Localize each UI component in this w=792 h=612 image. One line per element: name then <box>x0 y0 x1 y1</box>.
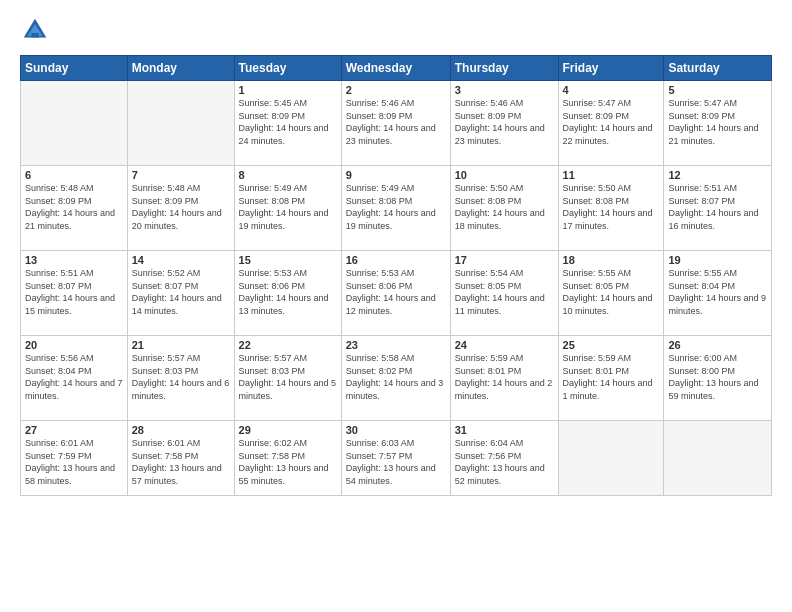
calendar-cell-3-3: 15Sunrise: 5:53 AMSunset: 8:06 PMDayligh… <box>234 251 341 336</box>
calendar-cell-2-4: 9Sunrise: 5:49 AMSunset: 8:08 PMDaylight… <box>341 166 450 251</box>
day-info: Sunrise: 5:50 AMSunset: 8:08 PMDaylight:… <box>455 182 554 232</box>
day-info: Sunrise: 5:53 AMSunset: 8:06 PMDaylight:… <box>346 267 446 317</box>
calendar-week-4: 20Sunrise: 5:56 AMSunset: 8:04 PMDayligh… <box>21 336 772 421</box>
calendar-cell-1-3: 1Sunrise: 5:45 AMSunset: 8:09 PMDaylight… <box>234 81 341 166</box>
svg-rect-2 <box>31 33 39 38</box>
day-number: 22 <box>239 339 337 351</box>
calendar-cell-5-3: 29Sunrise: 6:02 AMSunset: 7:58 PMDayligh… <box>234 421 341 496</box>
day-number: 15 <box>239 254 337 266</box>
weekday-header-sunday: Sunday <box>21 56 128 81</box>
calendar-cell-2-5: 10Sunrise: 5:50 AMSunset: 8:08 PMDayligh… <box>450 166 558 251</box>
day-info: Sunrise: 5:55 AMSunset: 8:04 PMDaylight:… <box>668 267 767 317</box>
day-info: Sunrise: 5:46 AMSunset: 8:09 PMDaylight:… <box>346 97 446 147</box>
weekday-header-row: SundayMondayTuesdayWednesdayThursdayFrid… <box>21 56 772 81</box>
day-info: Sunrise: 5:57 AMSunset: 8:03 PMDaylight:… <box>132 352 230 402</box>
calendar-cell-2-7: 12Sunrise: 5:51 AMSunset: 8:07 PMDayligh… <box>664 166 772 251</box>
calendar-week-1: 1Sunrise: 5:45 AMSunset: 8:09 PMDaylight… <box>21 81 772 166</box>
day-number: 11 <box>563 169 660 181</box>
day-number: 2 <box>346 84 446 96</box>
day-info: Sunrise: 5:45 AMSunset: 8:09 PMDaylight:… <box>239 97 337 147</box>
calendar-week-2: 6Sunrise: 5:48 AMSunset: 8:09 PMDaylight… <box>21 166 772 251</box>
calendar-cell-4-2: 21Sunrise: 5:57 AMSunset: 8:03 PMDayligh… <box>127 336 234 421</box>
day-info: Sunrise: 5:59 AMSunset: 8:01 PMDaylight:… <box>563 352 660 402</box>
weekday-header-friday: Friday <box>558 56 664 81</box>
day-number: 29 <box>239 424 337 436</box>
logo <box>20 15 54 45</box>
calendar-cell-3-6: 18Sunrise: 5:55 AMSunset: 8:05 PMDayligh… <box>558 251 664 336</box>
day-info: Sunrise: 5:51 AMSunset: 8:07 PMDaylight:… <box>668 182 767 232</box>
day-number: 27 <box>25 424 123 436</box>
day-number: 23 <box>346 339 446 351</box>
calendar-cell-3-1: 13Sunrise: 5:51 AMSunset: 8:07 PMDayligh… <box>21 251 128 336</box>
weekday-header-wednesday: Wednesday <box>341 56 450 81</box>
weekday-header-thursday: Thursday <box>450 56 558 81</box>
day-info: Sunrise: 5:49 AMSunset: 8:08 PMDaylight:… <box>239 182 337 232</box>
calendar-cell-1-4: 2Sunrise: 5:46 AMSunset: 8:09 PMDaylight… <box>341 81 450 166</box>
calendar-cell-4-3: 22Sunrise: 5:57 AMSunset: 8:03 PMDayligh… <box>234 336 341 421</box>
calendar-cell-5-5: 31Sunrise: 6:04 AMSunset: 7:56 PMDayligh… <box>450 421 558 496</box>
calendar-cell-4-1: 20Sunrise: 5:56 AMSunset: 8:04 PMDayligh… <box>21 336 128 421</box>
day-number: 30 <box>346 424 446 436</box>
day-number: 17 <box>455 254 554 266</box>
calendar-cell-2-6: 11Sunrise: 5:50 AMSunset: 8:08 PMDayligh… <box>558 166 664 251</box>
day-info: Sunrise: 6:00 AMSunset: 8:00 PMDaylight:… <box>668 352 767 402</box>
weekday-header-tuesday: Tuesday <box>234 56 341 81</box>
calendar-week-3: 13Sunrise: 5:51 AMSunset: 8:07 PMDayligh… <box>21 251 772 336</box>
day-number: 26 <box>668 339 767 351</box>
day-number: 18 <box>563 254 660 266</box>
weekday-header-monday: Monday <box>127 56 234 81</box>
calendar-week-5: 27Sunrise: 6:01 AMSunset: 7:59 PMDayligh… <box>21 421 772 496</box>
day-info: Sunrise: 5:50 AMSunset: 8:08 PMDaylight:… <box>563 182 660 232</box>
day-number: 20 <box>25 339 123 351</box>
calendar-cell-5-1: 27Sunrise: 6:01 AMSunset: 7:59 PMDayligh… <box>21 421 128 496</box>
day-number: 10 <box>455 169 554 181</box>
calendar-cell-4-6: 25Sunrise: 5:59 AMSunset: 8:01 PMDayligh… <box>558 336 664 421</box>
logo-icon <box>20 15 50 45</box>
calendar-cell-5-6 <box>558 421 664 496</box>
calendar-cell-1-6: 4Sunrise: 5:47 AMSunset: 8:09 PMDaylight… <box>558 81 664 166</box>
page: SundayMondayTuesdayWednesdayThursdayFrid… <box>0 0 792 612</box>
calendar-cell-3-4: 16Sunrise: 5:53 AMSunset: 8:06 PMDayligh… <box>341 251 450 336</box>
day-number: 4 <box>563 84 660 96</box>
day-number: 14 <box>132 254 230 266</box>
day-info: Sunrise: 6:01 AMSunset: 7:58 PMDaylight:… <box>132 437 230 487</box>
calendar-cell-2-1: 6Sunrise: 5:48 AMSunset: 8:09 PMDaylight… <box>21 166 128 251</box>
calendar-cell-5-2: 28Sunrise: 6:01 AMSunset: 7:58 PMDayligh… <box>127 421 234 496</box>
day-info: Sunrise: 6:03 AMSunset: 7:57 PMDaylight:… <box>346 437 446 487</box>
day-info: Sunrise: 5:55 AMSunset: 8:05 PMDaylight:… <box>563 267 660 317</box>
day-number: 24 <box>455 339 554 351</box>
calendar-cell-2-3: 8Sunrise: 5:49 AMSunset: 8:08 PMDaylight… <box>234 166 341 251</box>
calendar-cell-1-5: 3Sunrise: 5:46 AMSunset: 8:09 PMDaylight… <box>450 81 558 166</box>
day-info: Sunrise: 5:56 AMSunset: 8:04 PMDaylight:… <box>25 352 123 402</box>
day-info: Sunrise: 5:57 AMSunset: 8:03 PMDaylight:… <box>239 352 337 402</box>
calendar-cell-4-7: 26Sunrise: 6:00 AMSunset: 8:00 PMDayligh… <box>664 336 772 421</box>
day-info: Sunrise: 5:48 AMSunset: 8:09 PMDaylight:… <box>132 182 230 232</box>
day-number: 19 <box>668 254 767 266</box>
day-number: 21 <box>132 339 230 351</box>
calendar-cell-1-1 <box>21 81 128 166</box>
day-number: 25 <box>563 339 660 351</box>
day-info: Sunrise: 5:52 AMSunset: 8:07 PMDaylight:… <box>132 267 230 317</box>
calendar-cell-5-7 <box>664 421 772 496</box>
day-info: Sunrise: 5:46 AMSunset: 8:09 PMDaylight:… <box>455 97 554 147</box>
day-info: Sunrise: 6:01 AMSunset: 7:59 PMDaylight:… <box>25 437 123 487</box>
calendar-cell-1-2 <box>127 81 234 166</box>
day-info: Sunrise: 6:02 AMSunset: 7:58 PMDaylight:… <box>239 437 337 487</box>
calendar-cell-3-5: 17Sunrise: 5:54 AMSunset: 8:05 PMDayligh… <box>450 251 558 336</box>
calendar-table: SundayMondayTuesdayWednesdayThursdayFrid… <box>20 55 772 496</box>
day-info: Sunrise: 5:47 AMSunset: 8:09 PMDaylight:… <box>563 97 660 147</box>
calendar-cell-3-2: 14Sunrise: 5:52 AMSunset: 8:07 PMDayligh… <box>127 251 234 336</box>
day-info: Sunrise: 6:04 AMSunset: 7:56 PMDaylight:… <box>455 437 554 487</box>
day-info: Sunrise: 5:53 AMSunset: 8:06 PMDaylight:… <box>239 267 337 317</box>
calendar-cell-1-7: 5Sunrise: 5:47 AMSunset: 8:09 PMDaylight… <box>664 81 772 166</box>
day-info: Sunrise: 5:54 AMSunset: 8:05 PMDaylight:… <box>455 267 554 317</box>
day-info: Sunrise: 5:59 AMSunset: 8:01 PMDaylight:… <box>455 352 554 402</box>
day-info: Sunrise: 5:51 AMSunset: 8:07 PMDaylight:… <box>25 267 123 317</box>
day-number: 1 <box>239 84 337 96</box>
day-number: 28 <box>132 424 230 436</box>
header <box>20 15 772 45</box>
day-number: 3 <box>455 84 554 96</box>
day-number: 6 <box>25 169 123 181</box>
day-number: 8 <box>239 169 337 181</box>
calendar-cell-5-4: 30Sunrise: 6:03 AMSunset: 7:57 PMDayligh… <box>341 421 450 496</box>
